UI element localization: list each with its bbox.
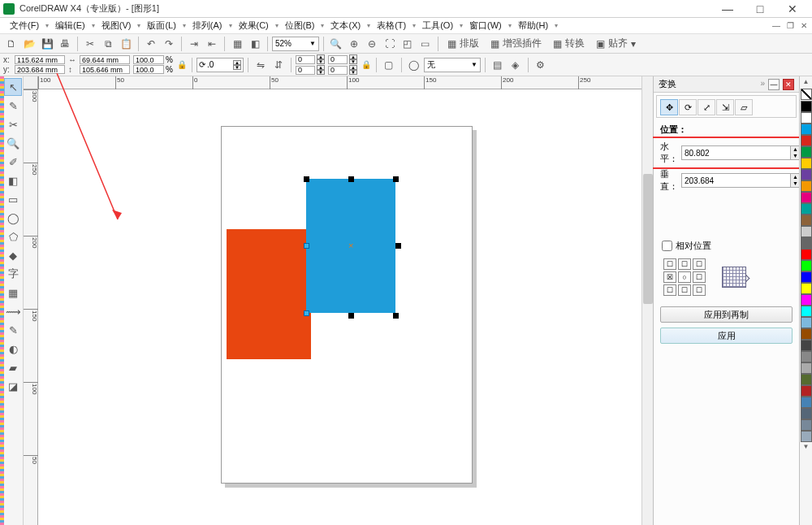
handle-mr[interactable]: [395, 243, 401, 249]
handle-bl[interactable]: [304, 310, 309, 316]
minimize-button[interactable]: ―: [711, 0, 744, 18]
color-swatch[interactable]: [801, 215, 812, 226]
y-position-input[interactable]: [15, 65, 65, 74]
wrap-text-icon[interactable]: ▤: [490, 57, 506, 73]
rotation-input[interactable]: [207, 60, 231, 69]
color-swatch[interactable]: [801, 237, 812, 249]
ruler-origin[interactable]: [24, 76, 38, 89]
menu-item[interactable]: 排列(A): [188, 19, 227, 33]
color-swatch[interactable]: [801, 283, 812, 294]
chevron-down-icon[interactable]: ▼: [471, 61, 477, 68]
mirror-v-icon[interactable]: ⇵: [270, 57, 287, 73]
handle-tm[interactable]: [348, 176, 354, 182]
color-swatch[interactable]: [801, 146, 812, 158]
tab-size-icon[interactable]: ⇲: [716, 99, 734, 115]
horizontal-ruler[interactable]: 10050050100150200250: [38, 76, 641, 89]
color-swatch[interactable]: [801, 385, 812, 397]
height-input[interactable]: [80, 65, 130, 74]
color-swatch[interactable]: [801, 351, 812, 362]
color-swatch[interactable]: [801, 328, 812, 340]
to-front-icon[interactable]: ▢: [381, 57, 397, 73]
color-swatch[interactable]: [801, 112, 812, 124]
menu-item[interactable]: 窗口(W): [464, 19, 507, 33]
table-tool[interactable]: ▦: [4, 284, 22, 302]
red-rectangle[interactable]: [227, 229, 311, 359]
new-icon[interactable]: 🗋: [3, 36, 19, 52]
color-swatch[interactable]: [801, 397, 812, 408]
convert-curves-icon[interactable]: ◈: [508, 57, 524, 73]
scale-y-input[interactable]: [133, 65, 164, 74]
selection-center-icon[interactable]: ×: [348, 241, 353, 250]
basicshapes-tool[interactable]: ◆: [4, 246, 22, 264]
copy-icon[interactable]: ⧉: [100, 36, 116, 52]
app-launcher-icon[interactable]: ▦: [229, 36, 245, 52]
menu-item[interactable]: 编辑(E): [50, 19, 90, 33]
outline-tool[interactable]: ◐: [4, 340, 22, 358]
options-icon[interactable]: ⚙: [533, 57, 549, 73]
vertical-scrollbar[interactable]: [641, 76, 653, 525]
import-icon[interactable]: ⇥: [186, 36, 202, 52]
no-fill-swatch[interactable]: [801, 89, 812, 100]
pick-tool[interactable]: ↖: [4, 78, 22, 96]
tab-position-icon[interactable]: ✥: [660, 99, 678, 115]
rotation-box[interactable]: ⟳ ▲▼: [197, 58, 244, 72]
corner-tl-input[interactable]: [296, 55, 315, 64]
docker-minimize-icon[interactable]: ―: [768, 79, 780, 90]
width-input[interactable]: [80, 55, 130, 64]
lock-ratio-icon[interactable]: 🔒: [176, 56, 188, 74]
zoom-combo[interactable]: ▼: [272, 37, 319, 51]
zoom-out-icon[interactable]: ⊖: [364, 36, 380, 52]
blend-tool[interactable]: ⟿: [4, 302, 22, 320]
doc-minimize-icon[interactable]: ―: [772, 21, 780, 30]
zoom-tool[interactable]: 🔍: [4, 134, 22, 152]
menu-item[interactable]: 视图(V): [97, 19, 136, 33]
color-swatch[interactable]: [801, 124, 812, 135]
zoom-in-icon[interactable]: ⊕: [346, 36, 362, 52]
scrollbar-thumb[interactable]: [643, 174, 653, 304]
open-icon[interactable]: 📂: [21, 36, 37, 52]
color-swatch[interactable]: [801, 317, 812, 328]
zoom-page-icon[interactable]: ▭: [417, 36, 434, 52]
paste-icon[interactable]: 📋: [118, 36, 134, 52]
export-icon[interactable]: ⇤: [204, 36, 220, 52]
fill-tool[interactable]: ▰: [4, 358, 22, 376]
maximize-button[interactable]: □: [744, 0, 776, 18]
handle-br[interactable]: [393, 313, 399, 319]
color-swatch[interactable]: [801, 419, 812, 431]
save-icon[interactable]: 💾: [39, 36, 55, 52]
canvas[interactable]: ×: [38, 89, 641, 525]
corner-bl-input[interactable]: [296, 66, 315, 75]
color-swatch[interactable]: [801, 192, 812, 203]
color-swatch[interactable]: [801, 249, 812, 260]
palette-up-icon[interactable]: ▲: [801, 78, 812, 88]
color-swatch[interactable]: [801, 203, 812, 215]
scale-x-input[interactable]: [133, 55, 164, 64]
welcome-icon[interactable]: ◧: [247, 36, 263, 52]
corner-br-input[interactable]: [328, 66, 348, 75]
handle-tr[interactable]: [393, 176, 399, 182]
mirror-h-icon[interactable]: ⇋: [253, 57, 269, 73]
color-swatch[interactable]: [801, 362, 812, 374]
doc-restore-icon[interactable]: ❐: [787, 21, 794, 30]
snap-button[interactable]: ▣贴齐▾: [591, 36, 641, 52]
docker-collapse-icon[interactable]: »: [760, 79, 765, 90]
plugin-button[interactable]: ▦增强插件: [486, 36, 546, 52]
x-position-input[interactable]: [15, 55, 65, 64]
color-swatch[interactable]: [801, 374, 812, 385]
color-swatch[interactable]: [801, 271, 812, 283]
menu-item[interactable]: 版面(L): [142, 19, 180, 33]
zoom-selection-icon[interactable]: ◰: [400, 36, 416, 52]
color-swatch[interactable]: [801, 226, 812, 237]
color-swatch[interactable]: [801, 294, 812, 306]
color-swatch[interactable]: [801, 306, 812, 317]
convert-button[interactable]: ▦转换: [548, 36, 590, 52]
color-swatch[interactable]: [801, 431, 812, 442]
freehand-tool[interactable]: ✐: [4, 153, 22, 171]
undo-icon[interactable]: ↶: [143, 36, 159, 52]
menu-item[interactable]: 位图(B): [280, 19, 320, 33]
zoom-fit-icon[interactable]: ⛶: [382, 36, 398, 52]
color-swatch[interactable]: [801, 169, 812, 180]
menu-item[interactable]: 效果(C): [234, 19, 274, 33]
smartfill-tool[interactable]: ◧: [4, 171, 22, 189]
vertical-input[interactable]: [682, 176, 790, 185]
